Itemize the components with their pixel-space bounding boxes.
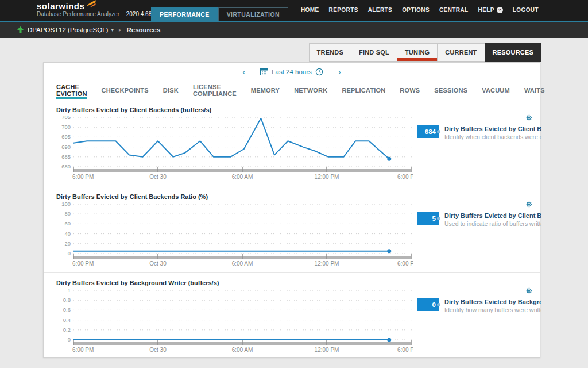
chart-section-3: Dirty Buffers Evicted by Background Writ… xyxy=(44,272,540,358)
subtab-waits[interactable]: WAITS xyxy=(524,81,545,99)
brand-wordmark: solarwinds xyxy=(37,2,84,10)
svg-text:100: 100 xyxy=(61,201,71,207)
nav-help[interactable]: HELP? xyxy=(478,7,503,13)
settings-gear-icon[interactable] xyxy=(525,114,533,121)
page-tabs-row: TRENDSFIND SQLTUNINGCURRENTRESOURCES xyxy=(0,38,588,62)
help-badge-icon: ? xyxy=(497,7,503,13)
settings-gear-icon[interactable] xyxy=(525,287,533,294)
resource-category-tabs: CACHE EVICTIONCHECKPOINTSDISKLICENSE COM… xyxy=(44,81,540,99)
top-header-bar: solarwinds Database Performance Analyzer… xyxy=(0,0,588,22)
status-up-arrow-icon xyxy=(17,26,24,33)
svg-text:12:00 PM: 12:00 PM xyxy=(315,260,339,267)
connector-dot xyxy=(437,217,440,220)
connector-dot xyxy=(437,130,440,133)
tab-trends[interactable]: TRENDS xyxy=(309,43,351,62)
line-chart-dirty-buffers-client[interactable]: 7057006956906856806:00 PMOct 306:00 AM12… xyxy=(56,114,413,182)
svg-text:6:00 PM: 6:00 PM xyxy=(397,347,413,353)
settings-gear-icon[interactable] xyxy=(525,201,533,208)
solarwinds-flame-icon xyxy=(86,0,96,8)
svg-text:6:00 PM: 6:00 PM xyxy=(397,260,413,267)
time-next-button[interactable]: › xyxy=(336,67,343,76)
svg-text:685: 685 xyxy=(61,154,71,160)
svg-text:6:00 PM: 6:00 PM xyxy=(72,174,94,180)
calendar-icon xyxy=(260,68,268,75)
nav-central[interactable]: CENTRAL xyxy=(439,7,469,13)
nav-reports[interactable]: REPORTS xyxy=(329,7,358,13)
database-instance-link[interactable]: DPAPOST12 (PostgreSQL) xyxy=(28,26,108,33)
metric-description: Used to indicate ratio of buffers writte… xyxy=(444,220,541,227)
line-chart-dirty-buffers-bgwriter[interactable]: 10.80.60.40.206:00 PMOct 306:00 AM12:00 … xyxy=(56,287,413,355)
metric-description: Identify when client backends were del..… xyxy=(444,133,541,140)
subtab-checkpoints[interactable]: CHECKPOINTS xyxy=(102,81,149,99)
svg-text:Oct 30: Oct 30 xyxy=(149,347,167,353)
time-prev-button[interactable]: ‹ xyxy=(240,67,247,76)
nav-alerts[interactable]: ALERTS xyxy=(368,7,392,13)
chart-section-2: Dirty Buffers Evicted by Client Backends… xyxy=(44,186,540,272)
svg-text:12:00 PM: 12:00 PM xyxy=(315,347,339,353)
mode-tab-performance[interactable]: PERFORMANCE xyxy=(151,7,218,21)
current-value-badge: 5 xyxy=(417,212,439,225)
subtab-disk[interactable]: DISK xyxy=(163,81,179,99)
breadcrumb-separator-icon: ▸ xyxy=(119,27,122,33)
nav-logout[interactable]: LOGOUT xyxy=(513,7,539,13)
metric-panel: 0 Dirty Buffers Evicted by Background ..… xyxy=(417,287,541,355)
breadcrumb-current-page: Resources xyxy=(126,26,160,33)
svg-text:0.2: 0.2 xyxy=(63,327,71,333)
metric-title-link[interactable]: Dirty Buffers Evicted by Background ... xyxy=(444,298,541,305)
product-name: Database Performance Analyzer xyxy=(37,11,119,17)
svg-text:705: 705 xyxy=(61,114,71,120)
subtab-license-compliance[interactable]: LICENSE COMPLIANCE xyxy=(193,81,237,99)
svg-text:690: 690 xyxy=(61,144,71,150)
svg-text:695: 695 xyxy=(61,133,71,140)
svg-text:40: 40 xyxy=(64,231,71,237)
time-range-selector[interactable]: Last 24 hours xyxy=(260,68,323,76)
svg-text:6:00 PM: 6:00 PM xyxy=(397,174,413,180)
svg-text:80: 80 xyxy=(64,210,71,217)
svg-text:700: 700 xyxy=(61,124,71,130)
svg-text:Oct 30: Oct 30 xyxy=(149,260,167,267)
tab-tuning[interactable]: TUNING xyxy=(397,43,438,62)
time-range-bar: ‹ Last 24 hours › xyxy=(44,63,540,81)
metric-panel: 684 Dirty Buffers Evicted by Client Back… xyxy=(417,114,541,182)
chart-title: Dirty Buffers Evicted by Background Writ… xyxy=(56,279,540,286)
svg-text:6:00 AM: 6:00 AM xyxy=(232,260,253,267)
mode-tabs: PERFORMANCEVIRTUALIZATION xyxy=(151,7,288,21)
metric-description: Identify how many buffers were writte... xyxy=(444,306,541,313)
nav-home[interactable]: HOME xyxy=(301,7,319,13)
svg-text:0: 0 xyxy=(68,336,71,343)
svg-text:0.8: 0.8 xyxy=(63,297,71,303)
line-chart-dirty-buffers-ratio[interactable]: 1008060402006:00 PMOct 306:00 AM12:00 PM… xyxy=(56,201,413,269)
svg-text:0: 0 xyxy=(68,250,71,256)
chart-title: Dirty Buffers Evicted by Client Backends… xyxy=(56,106,540,113)
svg-text:Oct 30: Oct 30 xyxy=(149,174,167,180)
page-tabs: TRENDSFIND SQLTUNINGCURRENTRESOURCES xyxy=(310,43,541,62)
svg-text:6:00 PM: 6:00 PM xyxy=(72,347,94,353)
instance-dropdown-caret-icon[interactable]: ▾ xyxy=(111,27,114,33)
tab-find-sql[interactable]: FIND SQL xyxy=(351,43,397,62)
svg-text:1: 1 xyxy=(68,287,71,293)
svg-text:0.6: 0.6 xyxy=(63,306,71,313)
refresh-clock-icon[interactable] xyxy=(315,68,323,76)
tab-current[interactable]: CURRENT xyxy=(437,43,485,62)
connector-dot xyxy=(437,303,440,306)
svg-text:20: 20 xyxy=(64,240,71,247)
metric-panel: 5 Dirty Buffers Evicted by Client Backen… xyxy=(417,201,541,269)
subtab-rows[interactable]: ROWS xyxy=(400,81,420,99)
mode-tab-virtualization[interactable]: VIRTUALIZATION xyxy=(218,7,288,21)
svg-text:60: 60 xyxy=(64,220,71,227)
current-value-badge: 0 xyxy=(417,298,439,311)
subtab-cache-eviction[interactable]: CACHE EVICTION xyxy=(56,81,87,99)
nav-options[interactable]: OPTIONS xyxy=(402,7,430,13)
tab-resources[interactable]: RESOURCES xyxy=(485,43,541,62)
breadcrumb: DPAPOST12 (PostgreSQL) ▾ ▸ Resources xyxy=(0,22,588,38)
subtab-replication[interactable]: REPLICATION xyxy=(342,81,385,99)
subtab-sessions[interactable]: SESSIONS xyxy=(434,81,467,99)
metric-title-link[interactable]: Dirty Buffers Evicted by Client Backen..… xyxy=(444,125,541,132)
subtab-network[interactable]: NETWORK xyxy=(294,81,327,99)
chart-section-1: Dirty Buffers Evicted by Client Backends… xyxy=(44,99,540,186)
svg-text:6:00 PM: 6:00 PM xyxy=(72,260,94,267)
subtab-vacuum[interactable]: VACUUM xyxy=(482,81,510,99)
metric-title-link[interactable]: Dirty Buffers Evicted by Client Backen..… xyxy=(444,212,541,219)
chart-title: Dirty Buffers Evicted by Client Backends… xyxy=(56,193,540,200)
subtab-memory[interactable]: MEMORY xyxy=(251,81,280,99)
